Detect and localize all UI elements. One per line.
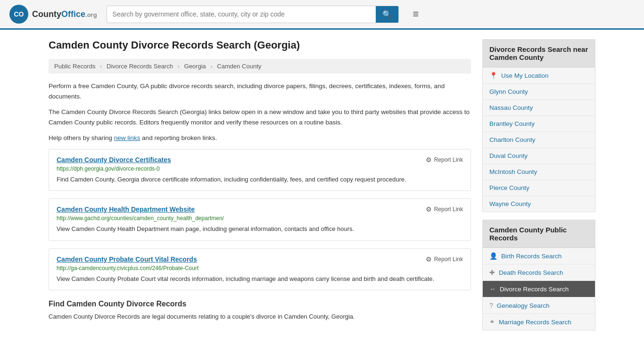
breadcrumb-camden-county[interactable]: Camden County [217, 63, 261, 70]
main-container: Camden County Divorce Records Search (Ge… [39, 30, 605, 347]
nearby-charlton-county[interactable]: Charlton County [483, 132, 595, 148]
resource-title-2[interactable]: Camden County Health Department Website [57, 206, 195, 213]
resource-url-3: http://ga-camdencounty.civicplus.com/246… [57, 265, 463, 272]
logo-text: CountyOffice.org [32, 9, 97, 19]
resource-card-1: Camden County Divorce Certificates ⚙ Rep… [49, 149, 471, 191]
report-link-3[interactable]: ⚙ Report Link [426, 255, 463, 263]
breadcrumb-public-records[interactable]: Public Records [54, 63, 95, 70]
description-2: The Camden County Divorce Records Search… [49, 107, 471, 127]
site-header: CO CountyOffice.org 🔍 ≡ [0, 0, 644, 30]
nearby-mcintosh-county[interactable]: McIntosh County [483, 164, 595, 180]
breadcrumb-georgia[interactable]: Georgia [184, 63, 206, 70]
search-icon: 🔍 [382, 10, 392, 18]
rings-icon: ⚭ [489, 318, 495, 326]
logo-area: CO CountyOffice.org [9, 5, 97, 24]
breadcrumb-divorce-records-search[interactable]: Divorce Records Search [107, 63, 173, 70]
use-my-location-link[interactable]: Use My Location [501, 72, 549, 79]
hamburger-icon: ≡ [413, 8, 419, 20]
report-icon-1: ⚙ [426, 156, 432, 164]
resource-title-3[interactable]: Camden County Probate Court Vital Record… [57, 255, 197, 263]
search-bar: 🔍 [107, 6, 399, 23]
resource-title-1[interactable]: Camden County Divorce Certificates [57, 156, 171, 164]
genealogy-search[interactable]: ? Genealogy Search [483, 297, 595, 314]
public-records-section: Camden County Public Records 👤 Birth Rec… [482, 220, 595, 330]
search-button[interactable]: 🔍 [376, 6, 398, 23]
report-link-1[interactable]: ⚙ Report Link [426, 156, 463, 164]
report-icon-3: ⚙ [426, 255, 432, 263]
marriage-records-search[interactable]: ⚭ Marriage Records Search [483, 314, 595, 330]
nearby-glynn-county[interactable]: Glynn County [483, 84, 595, 100]
description-3: Help others by sharing new links and rep… [49, 133, 471, 143]
nearby-nassau-county[interactable]: Nassau County [483, 100, 595, 116]
resource-url-2: http://www.gachd.org/counties/camden_cou… [57, 215, 463, 222]
description-1: Perform a free Camden County, GA public … [49, 81, 471, 101]
resource-desc-2: View Camden County Health Department mai… [57, 224, 463, 234]
use-my-location[interactable]: 📍 Use My Location [483, 67, 595, 84]
arrows-icon: ↔ [489, 285, 496, 293]
question-icon: ? [489, 302, 493, 309]
nearby-section: Divorce Records Search near Camden Count… [482, 39, 595, 212]
resource-card-2: Camden County Health Department Website … [49, 198, 471, 241]
logo-icon: CO [9, 5, 28, 24]
report-link-2[interactable]: ⚙ Report Link [426, 206, 463, 213]
birth-records-search[interactable]: 👤 Birth Records Search [483, 248, 595, 264]
nearby-brantley-county[interactable]: Brantley County [483, 116, 595, 132]
content-area: Camden County Divorce Records Search (Ge… [49, 39, 471, 338]
person-icon: 👤 [489, 252, 497, 260]
resource-desc-3: View Camden County Probate Court vital r… [57, 274, 463, 284]
nearby-duval-county[interactable]: Duval County [483, 148, 595, 164]
resource-card-3: Camden County Probate Court Vital Record… [49, 248, 471, 291]
new-links-link[interactable]: new links [114, 134, 140, 141]
page-title: Camden County Divorce Records Search (Ge… [49, 39, 471, 51]
nearby-pierce-county[interactable]: Pierce County [483, 180, 595, 196]
breadcrumb: Public Records › Divorce Records Search … [49, 59, 471, 74]
cross-icon: ✚ [489, 269, 495, 276]
report-icon-2: ⚙ [426, 206, 432, 213]
divorce-records-search[interactable]: ↔ Divorce Records Search [483, 281, 595, 297]
resource-url-1: https://dph.georgia.gov/divorce-records-… [57, 165, 463, 172]
nearby-wayne-county[interactable]: Wayne County [483, 196, 595, 212]
find-title: Find Camden County Divorce Records [49, 300, 471, 308]
find-section: Find Camden County Divorce Records Camde… [49, 300, 471, 322]
sidebar: Divorce Records Search near Camden Count… [482, 39, 595, 338]
death-records-search[interactable]: ✚ Death Records Search [483, 264, 595, 281]
search-input[interactable] [107, 7, 376, 22]
resource-desc-1: Find Camden County, Georgia divorce cert… [57, 175, 463, 184]
location-pin-icon: 📍 [489, 72, 497, 79]
svg-text:CO: CO [14, 10, 24, 18]
find-text: Camden County Divorce Records are legal … [49, 312, 471, 322]
public-records-header: Camden County Public Records [483, 220, 595, 248]
menu-button[interactable]: ≡ [413, 8, 419, 20]
nearby-header: Divorce Records Search near Camden Count… [483, 40, 595, 67]
